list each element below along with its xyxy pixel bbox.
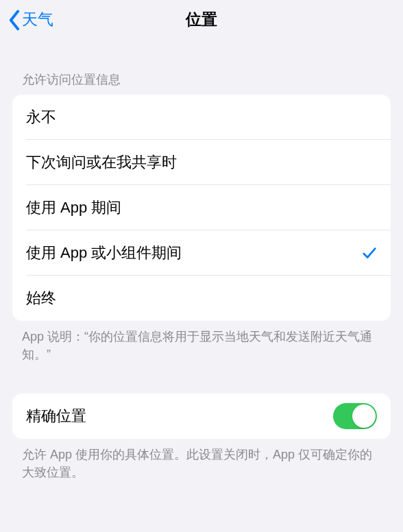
navigation-bar: 天气 位置 — [0, 0, 403, 38]
back-button[interactable]: 天气 — [5, 6, 56, 33]
option-while-using[interactable]: 使用 App 期间 — [12, 185, 391, 230]
option-label: 使用 App 或小组件期间 — [26, 243, 182, 263]
back-label: 天气 — [22, 9, 53, 30]
precise-location-toggle[interactable] — [333, 403, 377, 429]
option-label: 使用 App 期间 — [26, 197, 121, 218]
page-title: 位置 — [186, 9, 217, 30]
section-footer-app-explanation: App 说明：“你的位置信息将用于显示当地天气和发送附近天气通知。” — [0, 321, 403, 363]
option-while-using-or-widgets[interactable]: 使用 App 或小组件期间 — [12, 230, 391, 276]
section-header-location-access: 允许访问位置信息 — [0, 38, 403, 95]
checkmark-icon — [362, 245, 377, 261]
option-label: 下次询问或在我共享时 — [26, 152, 177, 173]
location-access-options: 永不 下次询问或在我共享时 使用 App 期间 使用 App 或小组件期间 始终 — [12, 95, 391, 321]
option-label: 永不 — [26, 107, 56, 128]
option-never[interactable]: 永不 — [12, 95, 391, 140]
chevron-left-icon — [8, 10, 21, 29]
precise-location-row[interactable]: 精确位置 — [12, 394, 391, 439]
switch-knob — [352, 404, 376, 428]
precise-location-label: 精确位置 — [26, 406, 86, 426]
option-ask-next-time[interactable]: 下次询问或在我共享时 — [12, 140, 391, 185]
precise-location-group: 精确位置 — [12, 394, 391, 439]
option-always[interactable]: 始终 — [12, 276, 391, 321]
section-footer-precise-location: 允许 App 使用你的具体位置。此设置关闭时，App 仅可确定你的大致位置。 — [0, 439, 403, 481]
option-label: 始终 — [26, 288, 56, 309]
